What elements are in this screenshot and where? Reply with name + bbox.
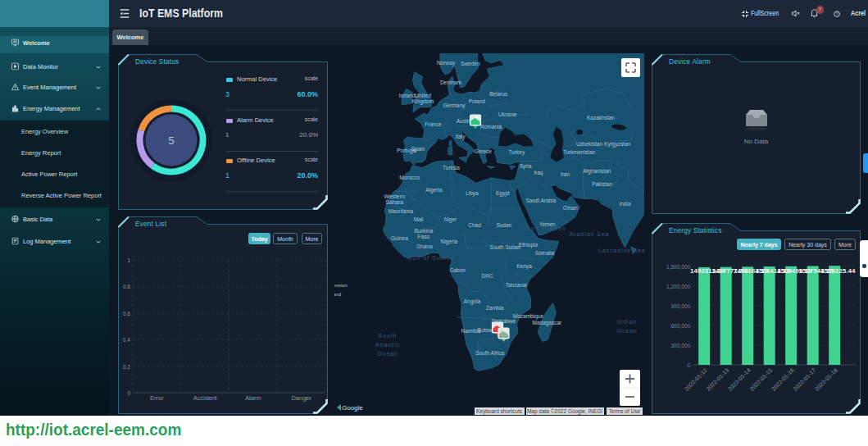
svg-text:Chad: Chad xyxy=(468,222,481,228)
svg-text:Angola: Angola xyxy=(464,298,481,305)
svg-text:Gulf of Aden: Gulf of Aden xyxy=(525,225,566,231)
svg-text:Tunisia: Tunisia xyxy=(443,165,460,171)
svg-text:Ukraine: Ukraine xyxy=(498,112,517,117)
svg-text:300,000: 300,000 xyxy=(671,343,691,348)
svg-text:Libya: Libya xyxy=(466,190,479,197)
svg-text:Keyboard shortcuts: Keyboard shortcuts xyxy=(476,408,523,415)
svg-text:Romania: Romania xyxy=(480,124,502,130)
svg-text:0.8: 0.8 xyxy=(123,284,130,289)
svg-text:Ethiopia: Ethiopia xyxy=(519,242,539,248)
svg-text:Ascension: Ascension xyxy=(334,283,348,288)
svg-text:Norway: Norway xyxy=(437,60,456,66)
svg-text:Laccadive Sea: Laccadive Sea xyxy=(598,248,644,253)
svg-text:Afghanistan: Afghanistan xyxy=(583,168,611,175)
svg-text:Morocco: Morocco xyxy=(399,175,420,180)
svg-text:South Africa: South Africa xyxy=(475,350,504,356)
svg-text:Google: Google xyxy=(342,404,363,412)
svg-text:Algeria: Algeria xyxy=(425,187,443,193)
svg-text:1: 1 xyxy=(127,257,130,263)
svg-text:Sudan: Sudan xyxy=(496,222,511,228)
svg-text:1,500,000: 1,500,000 xyxy=(666,264,690,270)
svg-text:Island: Island xyxy=(334,292,341,297)
svg-text:0.6: 0.6 xyxy=(123,311,130,316)
svg-text:1510225.44: 1510225.44 xyxy=(820,267,856,275)
svg-text:Syria: Syria xyxy=(520,163,532,170)
svg-text:Turkey: Turkey xyxy=(509,149,525,156)
svg-text:France: France xyxy=(425,121,442,127)
svg-text:Ocean: Ocean xyxy=(377,351,398,357)
svg-text:Gulf of Guinea: Gulf of Guinea xyxy=(407,255,455,261)
svg-text:Saudi Arabia: Saudi Arabia xyxy=(525,198,556,203)
svg-text:5: 5 xyxy=(168,134,175,147)
svg-text:2022-01-18: 2022-01-18 xyxy=(814,367,838,392)
svg-text:Sweden: Sweden xyxy=(461,61,480,66)
svg-text:Mali: Mali xyxy=(414,216,424,222)
svg-text:Uzbekistan: Uzbekistan xyxy=(576,141,603,147)
svg-text:South Sudan: South Sudan xyxy=(490,244,521,250)
svg-text:?: ? xyxy=(835,11,838,16)
svg-text:0: 0 xyxy=(127,390,130,396)
svg-text:UnitedKingdom: UnitedKingdom xyxy=(411,93,434,105)
svg-text:Tanzania: Tanzania xyxy=(506,282,527,288)
svg-text:Oman: Oman xyxy=(563,205,578,211)
svg-text:Zambia: Zambia xyxy=(486,305,504,311)
svg-text:0.4: 0.4 xyxy=(123,337,130,343)
svg-text:Ocean: Ocean xyxy=(616,328,637,334)
svg-text:Turkmenistan: Turkmenistan xyxy=(563,149,596,155)
svg-text:Arabian Sea: Arabian Sea xyxy=(570,231,609,237)
svg-text:Danger: Danger xyxy=(291,394,311,402)
svg-text:Namibia: Namibia xyxy=(461,328,480,334)
svg-text:Alarm: Alarm xyxy=(245,394,261,402)
svg-text:1,200,000: 1,200,000 xyxy=(666,284,690,289)
svg-text:Atlantic: Atlantic xyxy=(375,342,400,348)
svg-text:600,000: 600,000 xyxy=(671,323,691,329)
svg-text:Nigeria: Nigeria xyxy=(441,239,458,245)
svg-text:WesternSahara: WesternSahara xyxy=(384,193,405,205)
svg-text:Iraq: Iraq xyxy=(534,170,543,176)
svg-text:0.2: 0.2 xyxy=(123,364,130,370)
svg-text:Terms of Use: Terms of Use xyxy=(609,408,641,414)
svg-text:Accident: Accident xyxy=(193,394,218,402)
svg-text:Error: Error xyxy=(150,394,164,402)
svg-text:South: South xyxy=(379,333,398,339)
svg-text:Somalia: Somalia xyxy=(535,250,555,256)
svg-text:Portugal: Portugal xyxy=(397,148,417,154)
svg-text:Pakistan: Pakistan xyxy=(592,181,612,187)
svg-text:Kazakhstan: Kazakhstan xyxy=(587,115,615,121)
svg-text:Egypt: Egypt xyxy=(496,190,510,197)
svg-text:Poland: Poland xyxy=(469,98,486,104)
svg-text:India: India xyxy=(619,201,630,207)
svg-text:Guinea: Guinea xyxy=(391,235,408,241)
svg-text:Map data ©2022 Google, INEGI: Map data ©2022 Google, INEGI xyxy=(527,408,602,415)
svg-text:900,000: 900,000 xyxy=(671,303,691,309)
svg-text:Ireland: Ireland xyxy=(399,93,416,98)
svg-text:0: 0 xyxy=(687,362,690,368)
svg-text:Kenya: Kenya xyxy=(516,263,532,270)
svg-text:Kyrgyzstan: Kyrgyzstan xyxy=(604,141,631,148)
svg-text:Italy: Italy xyxy=(456,134,466,140)
svg-text:Germany: Germany xyxy=(443,102,466,109)
svg-text:DRC: DRC xyxy=(482,273,493,279)
svg-text:Belarus: Belarus xyxy=(489,91,508,97)
svg-text:Greece: Greece xyxy=(475,148,493,154)
svg-text:Denmark: Denmark xyxy=(440,80,462,85)
svg-text:Mauritania: Mauritania xyxy=(389,208,414,214)
svg-text:Niger: Niger xyxy=(444,216,457,223)
svg-text:Gabon: Gabon xyxy=(449,267,466,273)
svg-text:Madagascar: Madagascar xyxy=(533,320,563,326)
svg-text:Indian: Indian xyxy=(617,319,638,325)
svg-text:Ghana: Ghana xyxy=(416,243,433,249)
svg-text:Iran: Iran xyxy=(561,171,570,177)
